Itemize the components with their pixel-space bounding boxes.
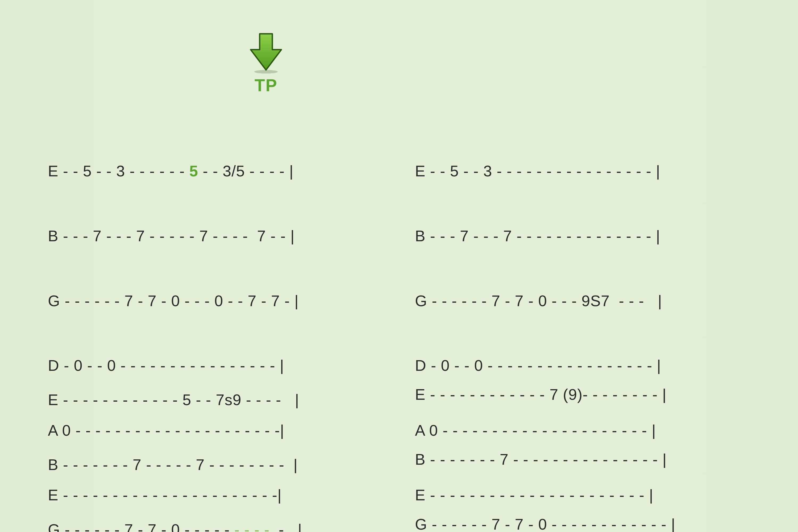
- string-line-B: B - - - 7 - - - 7 - - - - - 7 - - - - 7 …: [48, 225, 299, 247]
- annotation-label: TP: [240, 76, 292, 95]
- string-line-E-high: E - - 5 - - 3 - - - - - - 5 - - 3/5 - - …: [48, 160, 299, 182]
- string-line-E-high: E - - - - - - - - - - - - 5 - - 7s9 - - …: [48, 389, 302, 411]
- tab-sheet-page: TP E - - 5 - - 3 - - - - - - 5 - - 3/5 -…: [0, 0, 798, 532]
- highlighted-note: 5: [189, 162, 198, 179]
- highlighted-dashes: - - - -: [234, 521, 270, 532]
- annotation-pointer: TP: [240, 29, 292, 95]
- string-line-E-high: E - - 5 - - 3 - - - - - - - - - - - - - …: [415, 160, 662, 182]
- string-line-B: B - - - - - - - 7 - - - - - 7 - - - - - …: [48, 454, 302, 475]
- svg-point-0: [254, 70, 278, 74]
- string-line-B: B - - - 7 - - - 7 - - - - - - - - - - - …: [415, 225, 662, 247]
- tab-measure-4: E - - - - - - - - - - - - 7 (9)- - - - -…: [415, 341, 676, 532]
- arrow-down-icon: [243, 29, 289, 75]
- string-line-G: G - - - - - - 7 - 7 - 0 - - - - - - - - …: [415, 513, 676, 532]
- string-line-B: B - - - - - - - 7 - - - - - - - - - - - …: [415, 449, 676, 470]
- string-line-E-high: E - - - - - - - - - - - - 7 (9)- - - - -…: [415, 384, 676, 405]
- string-line-G: G - - - - - - 7 - 7 - 0 - - - 0 - - 7 - …: [48, 290, 299, 311]
- string-line-G: G - - - - - - 7 - 7 - 0 - - - 9S7 - - - …: [415, 290, 662, 311]
- string-line-G: G - - - - - - 7 - 7 - 0 - - - - - - - - …: [48, 519, 302, 532]
- tab-measure-3: E - - - - - - - - - - - - 5 - - 7s9 - - …: [48, 346, 302, 532]
